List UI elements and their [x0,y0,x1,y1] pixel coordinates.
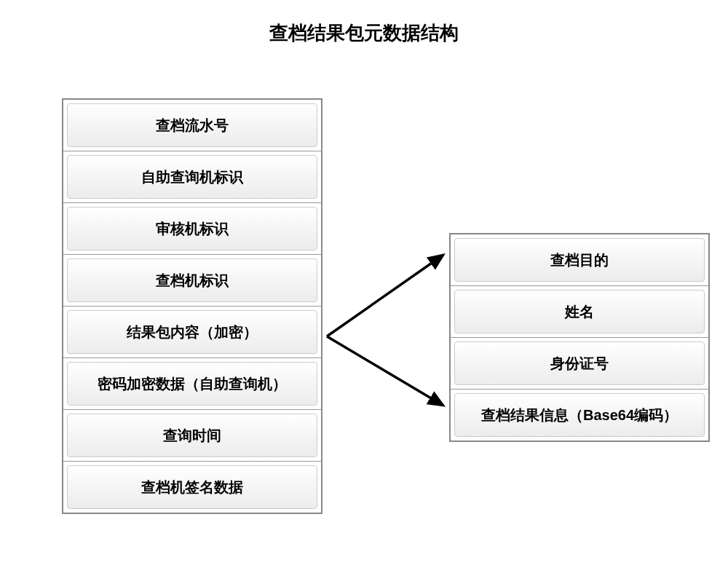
table-row: 自助查询机标识 [63,151,321,203]
table-row: 审核机标识 [63,203,321,255]
connector-arrows [323,242,450,424]
cell-kiosk-id: 自助查询机标识 [67,155,317,199]
cell-purpose: 查档目的 [454,238,705,282]
cell-id-number: 身份证号 [454,341,705,385]
table-row: 身份证号 [451,338,708,390]
cell-serial-number: 查档流水号 [67,103,317,147]
cell-result-info: 查档结果信息（Base64编码） [454,393,705,437]
cell-name: 姓名 [454,290,705,333]
table-row: 查询时间 [63,410,321,462]
arrow-bottom [327,336,443,406]
table-row: 姓名 [451,286,708,338]
cell-query-time: 查询时间 [67,414,317,457]
table-row: 查档目的 [451,234,708,286]
table-row: 查档结果信息（Base64编码） [451,390,708,440]
left-table: 查档流水号 自助查询机标识 审核机标识 查档机标识 结果包内容（加密） 密码加密… [62,98,323,514]
table-row: 查档流水号 [63,100,321,151]
diagram-container: 查档流水号 自助查询机标识 审核机标识 查档机标识 结果包内容（加密） 密码加密… [0,0,728,573]
cell-audit-id: 审核机标识 [67,207,317,250]
table-row: 密码加密数据（自助查询机） [63,358,321,410]
arrow-top [327,255,443,336]
table-row: 结果包内容（加密） [63,307,321,358]
cell-archive-id: 查档机标识 [67,258,317,302]
cell-result-content: 结果包内容（加密） [67,310,317,354]
right-table: 查档目的 姓名 身份证号 查档结果信息（Base64编码） [449,233,710,442]
cell-signature: 查档机签名数据 [67,465,317,509]
table-row: 查档机签名数据 [63,462,321,513]
table-row: 查档机标识 [63,255,321,307]
cell-encrypted-data: 密码加密数据（自助查询机） [67,362,317,406]
